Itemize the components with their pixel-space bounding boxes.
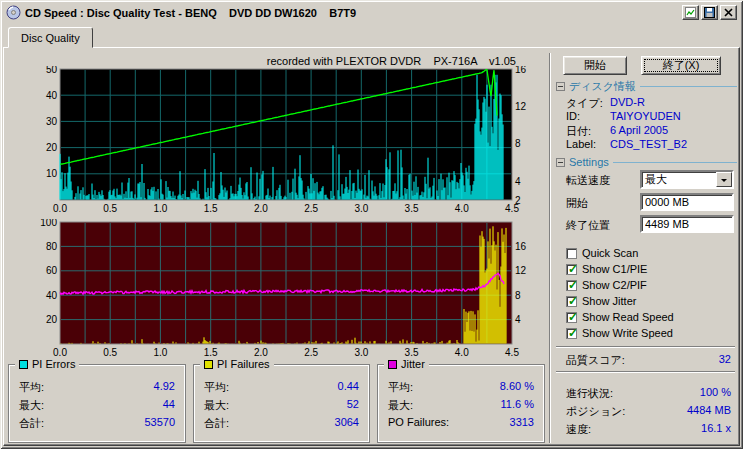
checkbox-show-c2-pif[interactable]: Show C2/PIF: [566, 279, 647, 291]
svg-text:4.0: 4.0: [455, 347, 469, 358]
checkbox-show-c1-pie[interactable]: Show C1/PIE: [566, 263, 647, 275]
disc-date-row: 日付: 6 April 2005: [566, 124, 734, 139]
jitter-stats: Jitter 平均:8.60 % 最大:11.6 % PO Failures:3…: [377, 364, 545, 443]
collapse-icon[interactable]: [556, 158, 565, 167]
checkbox-box[interactable]: [566, 248, 577, 259]
checkbox-label: Show C2/PIF: [582, 279, 647, 291]
quality-score-value: 32: [719, 353, 731, 368]
disc-info-header: ディスク情報: [556, 80, 737, 92]
checkbox-label: Show Read Speed: [582, 311, 674, 323]
svg-text:1.0: 1.0: [153, 347, 167, 358]
tab-label: Disc Quality: [21, 32, 80, 44]
jitter-color-swatch: [388, 360, 397, 369]
progress-row: 進行状況: 100 %: [566, 386, 731, 401]
transfer-speed-label: 転送速度: [566, 173, 610, 188]
pi-failures-stats: PI Failures 平均:0.44 最大:52 合計:3064: [193, 364, 370, 443]
svg-text:0.5: 0.5: [103, 347, 117, 358]
svg-text:2.0: 2.0: [254, 347, 268, 358]
checkbox-box[interactable]: [566, 296, 577, 307]
start-position-input[interactable]: [640, 193, 734, 211]
tab-disc-quality[interactable]: Disc Quality: [8, 27, 93, 48]
app-icon: [6, 5, 21, 20]
svg-text:60: 60: [46, 265, 58, 276]
disc-type-row: タイプ: DVD-R: [566, 96, 734, 111]
checkbox-show-write-speed[interactable]: Show Write Speed: [566, 327, 673, 339]
svg-text:4.0: 4.0: [455, 203, 469, 214]
svg-text:40: 40: [46, 290, 58, 301]
jitter-chart: 0.00.51.01.52.02.53.03.54.04.52040608010…: [34, 219, 534, 360]
disc-label-row: Label: CDS_TEST_B2: [566, 138, 734, 150]
svg-text:4.5: 4.5: [505, 347, 519, 358]
stat-row: 合計:53570: [19, 416, 175, 431]
svg-text:0.0: 0.0: [53, 347, 67, 358]
save-button[interactable]: [701, 5, 718, 20]
disc-info-title: ディスク情報: [569, 79, 636, 94]
svg-text:3.0: 3.0: [354, 347, 368, 358]
chevron-down-icon[interactable]: [716, 172, 732, 187]
svg-text:30: 30: [46, 116, 58, 127]
svg-text:50: 50: [46, 66, 58, 75]
svg-text:12: 12: [515, 101, 527, 112]
exit-button[interactable]: 終了(X): [641, 56, 721, 75]
checkbox-label: Quick Scan: [582, 247, 638, 259]
svg-text:40: 40: [46, 90, 58, 101]
svg-text:3.0: 3.0: [354, 203, 368, 214]
checkbox-label: Show Write Speed: [582, 327, 673, 339]
end-position-label: 終了位置: [566, 218, 610, 233]
end-position-input[interactable]: [640, 215, 734, 233]
pi-errors-color-swatch: [19, 360, 28, 369]
transfer-speed-select[interactable]: 最大: [640, 170, 734, 189]
svg-text:3.5: 3.5: [405, 203, 419, 214]
close-button[interactable]: [720, 5, 737, 20]
disc-id-row: ID: TAIYOYUDEN: [566, 110, 734, 122]
svg-text:80: 80: [46, 241, 58, 252]
svg-text:1.5: 1.5: [204, 203, 218, 214]
settings-header: Settings: [556, 156, 737, 168]
svg-text:0.0: 0.0: [53, 203, 67, 214]
stat-row: 平均:8.60 %: [388, 380, 534, 395]
pi-errors-chart: 0.00.51.01.52.02.53.03.54.04.51020304050…: [34, 66, 534, 216]
svg-text:12: 12: [515, 265, 527, 276]
svg-text:2: 2: [515, 195, 521, 206]
svg-text:0.5: 0.5: [103, 203, 117, 214]
stat-row: PO Failures:3313: [388, 416, 534, 428]
quality-score-label: 品質スコア:: [566, 353, 625, 368]
checkbox-box[interactable]: [566, 328, 577, 339]
pi-failures-color-swatch: [204, 360, 213, 369]
checkbox-label: Show C1/PIE: [582, 263, 647, 275]
svg-text:2.5: 2.5: [304, 347, 318, 358]
pi-errors-legend: PI Errors: [15, 358, 79, 370]
jitter-legend: Jitter: [384, 358, 429, 370]
checkbox-show-read-speed[interactable]: Show Read Speed: [566, 311, 674, 323]
chart-icon: [685, 7, 696, 18]
stat-row: 平均:4.92: [19, 380, 175, 395]
svg-text:8: 8: [515, 138, 521, 149]
checkbox-box[interactable]: [566, 280, 577, 291]
checkbox-quick-scan[interactable]: Quick Scan: [566, 247, 638, 259]
chart-button[interactable]: [682, 5, 699, 20]
transfer-speed-value: 最大: [645, 172, 667, 187]
svg-text:1.0: 1.0: [153, 203, 167, 214]
svg-text:20: 20: [46, 142, 58, 153]
close-icon: [724, 8, 733, 17]
checkbox-box[interactable]: [566, 264, 577, 275]
checkbox-label: Show Jitter: [582, 295, 636, 307]
collapse-icon[interactable]: [556, 82, 565, 91]
svg-text:2.0: 2.0: [254, 203, 268, 214]
svg-text:4: 4: [515, 314, 521, 325]
start-button[interactable]: 開始: [563, 56, 627, 75]
titlebar[interactable]: CD Speed : Disc Quality Test - BENQ DVD …: [3, 3, 740, 22]
checkbox-box[interactable]: [566, 312, 577, 323]
svg-text:3.5: 3.5: [405, 347, 419, 358]
position-row: ポジション: 4484 MB: [566, 404, 731, 419]
svg-text:1.5: 1.5: [204, 347, 218, 358]
svg-text:10: 10: [46, 168, 58, 179]
svg-text:100: 100: [40, 219, 57, 228]
svg-text:16: 16: [515, 241, 527, 252]
settings-title: Settings: [569, 156, 609, 168]
svg-text:4: 4: [515, 176, 521, 187]
pi-failures-legend: PI Failures: [200, 358, 274, 370]
checkbox-show-jitter[interactable]: Show Jitter: [566, 295, 636, 307]
stat-row: 最大:52: [204, 398, 359, 413]
vertical-separator: [549, 53, 551, 443]
